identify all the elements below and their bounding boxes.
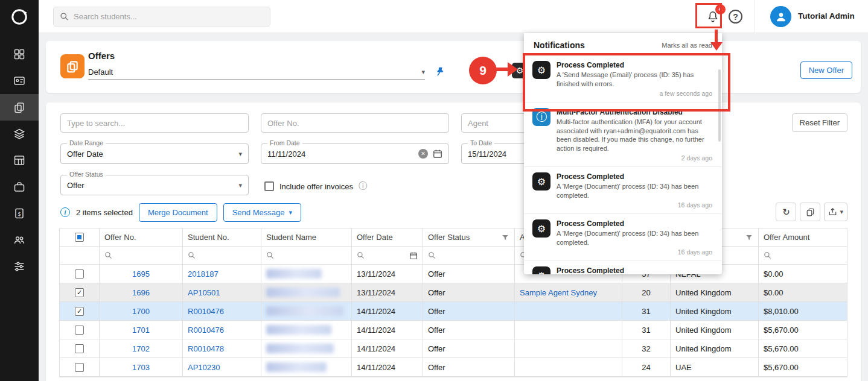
row-checkbox[interactable]: ✓	[75, 288, 84, 297]
offer-status-cell: Offer	[423, 339, 515, 357]
offer-no-link[interactable]: 1696	[132, 288, 150, 297]
sidebar-item-grid[interactable]	[0, 41, 39, 68]
offer-no-link[interactable]: 1702	[132, 344, 150, 353]
table-row[interactable]: 1701 R0010476 14/11/2024 Offer 31 United…	[60, 321, 847, 339]
sidebar-item-table[interactable]	[0, 147, 39, 174]
offer-no-link[interactable]: 1703	[132, 363, 150, 372]
offer-date-cell: 14/11/2024	[352, 321, 423, 339]
header-offer-no[interactable]: Offer No.	[100, 228, 183, 246]
notifications-header: Notifications Marks all as read	[524, 33, 722, 55]
offer-no-input[interactable]	[261, 113, 449, 133]
sidebar-item-invoices[interactable]: $	[0, 200, 39, 227]
user-name[interactable]: Tutorial Admin	[798, 11, 855, 20]
table-row[interactable]: ✓ 1696 AP10501 13/11/2024 Offer Sample A…	[60, 283, 847, 302]
pin-view-button[interactable]	[432, 64, 448, 80]
search-cell-offer-no[interactable]	[100, 247, 183, 264]
person-icon	[774, 10, 788, 24]
offer-date-cell: 13/11/2024	[352, 265, 423, 283]
header-student-no[interactable]: Student No.	[183, 228, 261, 246]
num-cell: 31	[622, 321, 671, 339]
offer-no-link[interactable]: 1695	[132, 269, 150, 279]
copy-button[interactable]	[800, 203, 820, 221]
reset-filter-button[interactable]: Reset Filter	[792, 113, 847, 132]
sidebar-item-offers[interactable]	[0, 94, 39, 121]
header-offer-status[interactable]: Offer Status	[423, 228, 515, 246]
notification-item[interactable]: ⓘ Multi-Factor Authentication Disabled M…	[524, 102, 722, 167]
table-row[interactable]: ✓ 1700 R0010476 14/11/2024 Offer 31 Unit…	[60, 302, 847, 321]
notification-item[interactable]: ⚙ Process Completed	[524, 261, 722, 274]
id-card-icon	[13, 75, 25, 87]
search-icon	[357, 251, 365, 259]
to-date-label: To Date	[468, 140, 494, 146]
filter-icon[interactable]	[501, 233, 509, 242]
clear-date-icon[interactable]: ✕	[418, 149, 428, 159]
header-offer-date[interactable]: Offer Date	[352, 228, 423, 246]
user-avatar[interactable]	[770, 6, 791, 27]
country-cell: UAE	[671, 358, 759, 376]
table-row[interactable]: 1702 R0010478 14/11/2024 Offer 32 United…	[60, 339, 847, 358]
chevron-down-icon: ▾	[238, 181, 242, 189]
refresh-button[interactable]: ↻	[776, 203, 796, 221]
search-cell-offer-date[interactable]	[352, 247, 423, 264]
num-cell: 31	[622, 302, 671, 320]
search-cell-student-no[interactable]	[183, 247, 261, 264]
select-all-checkbox[interactable]	[75, 233, 84, 242]
send-message-button[interactable]: Send Message ▾	[223, 203, 301, 222]
process-icon: ⚙	[532, 172, 550, 190]
notification-title: Process Completed	[557, 219, 712, 228]
calendar-icon[interactable]	[433, 149, 442, 159]
student-name-redacted	[266, 269, 322, 279]
sidebar-item-briefcase[interactable]	[0, 174, 39, 200]
chevron-down-icon: ▾	[840, 208, 843, 216]
sidebar-item-id-card[interactable]	[0, 68, 39, 94]
type-to-search-input[interactable]	[60, 113, 249, 133]
search-cell-student-name[interactable]	[261, 247, 352, 264]
filter-icon[interactable]	[745, 233, 753, 242]
offer-status-select[interactable]: Offer Status Offer ▾	[60, 175, 249, 195]
include-invoices-checkbox[interactable]	[264, 181, 274, 191]
search-cell-offer-amount[interactable]	[759, 247, 848, 264]
notification-item[interactable]: ⚙ Process Completed A 'Merge (Document)'…	[524, 214, 722, 261]
notification-item[interactable]: ⚙ Process Completed A 'Merge (Document)'…	[524, 167, 722, 214]
row-checkbox[interactable]	[75, 269, 84, 279]
mark-all-read-link[interactable]: Marks all as read	[662, 42, 712, 49]
student-no-link[interactable]: R0010476	[188, 307, 224, 316]
view-selector-value: Default	[88, 68, 113, 77]
sidebar-item-settings[interactable]	[0, 253, 39, 280]
sidebar-item-agents[interactable]	[0, 227, 39, 253]
date-range-select[interactable]: Date Range Offer Date ▾	[60, 143, 249, 164]
student-no-link[interactable]: R0010478	[188, 344, 224, 353]
new-offer-button[interactable]: New Offer	[800, 61, 852, 79]
app-logo[interactable]	[0, 0, 39, 34]
sidebar-item-layers[interactable]	[0, 121, 39, 147]
agent-link[interactable]: Sample Agent Sydney	[520, 288, 597, 297]
table-row[interactable]: 1703 AP10230 14/11/2024 Offer 24 UAE $5,…	[60, 358, 847, 377]
search-cell-offer-status[interactable]	[423, 247, 515, 264]
row-checkbox[interactable]	[75, 326, 84, 335]
offer-no-link[interactable]: 1700	[132, 307, 150, 316]
selection-toolbar: i 2 items selected Merge Document Send M…	[60, 203, 301, 222]
row-checkbox[interactable]	[75, 363, 84, 372]
offer-date-cell: 14/11/2024	[352, 302, 423, 320]
export-button[interactable]: ▾	[824, 203, 847, 221]
view-selector[interactable]: Default ▾	[88, 65, 425, 80]
table-row[interactable]: 1695 2018187 13/11/2024 Offer 57 NEPAL $…	[60, 265, 847, 283]
offer-no-link[interactable]: 1701	[132, 326, 150, 335]
student-name-redacted	[266, 362, 327, 372]
student-no-link[interactable]: 2018187	[188, 269, 219, 279]
sidebar-nav: $	[0, 41, 39, 280]
student-search-input[interactable]	[74, 12, 264, 21]
header-student-name[interactable]: Student Name	[261, 228, 352, 246]
notification-time: 2 days ago	[557, 154, 712, 162]
notification-body: A 'Merge (Document)' process (ID: 34) ha…	[557, 229, 712, 247]
calendar-icon[interactable]	[409, 251, 418, 260]
row-checkbox[interactable]: ✓	[75, 307, 84, 316]
header-offer-amount[interactable]: Offer Amount	[759, 228, 848, 246]
merge-document-button[interactable]: Merge Document	[139, 203, 217, 222]
student-no-link[interactable]: AP10230	[188, 363, 220, 372]
student-no-link[interactable]: R0010476	[188, 326, 224, 335]
row-checkbox[interactable]	[75, 344, 84, 353]
student-no-link[interactable]: AP10501	[188, 288, 220, 297]
help-button[interactable]: ?	[729, 10, 742, 24]
from-date-input[interactable]	[267, 150, 418, 159]
